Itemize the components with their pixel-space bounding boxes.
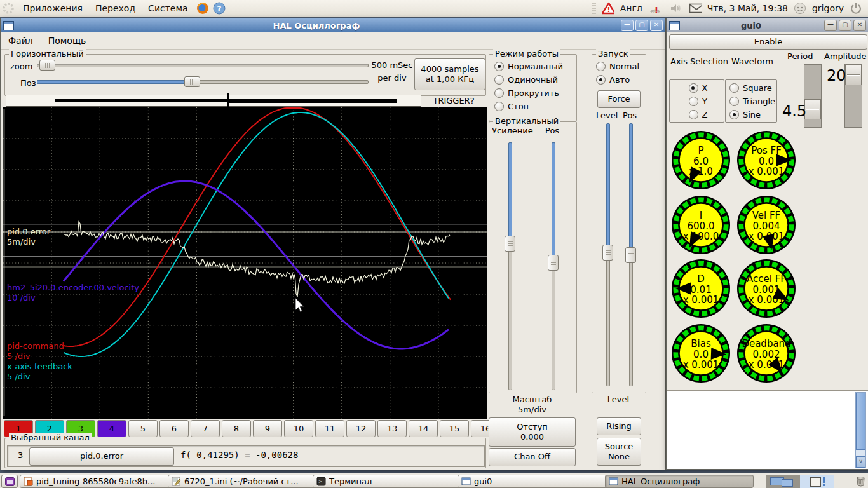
power-icon[interactable]: [850, 2, 862, 15]
warning-icon[interactable]: !: [602, 2, 614, 15]
menu-system[interactable]: Система: [142, 3, 194, 13]
username[interactable]: grigory: [812, 3, 844, 13]
knob-pos-ff[interactable]: Pos FF0.0x 0.001: [736, 130, 796, 190]
channel-button-6[interactable]: 6: [159, 420, 189, 437]
knob-deadband[interactable]: Deadband0.002x 0.001: [736, 323, 796, 383]
menu-places[interactable]: Переход: [89, 3, 142, 13]
channel-button-9[interactable]: 9: [253, 420, 282, 437]
svg-text:x 1.0: x 1.0: [689, 166, 713, 177]
channel-button-12[interactable]: 12: [346, 420, 376, 437]
svg-text:x 0.001: x 0.001: [749, 166, 785, 177]
svg-text:x 0.001: x 0.001: [683, 359, 719, 370]
workspace-switcher[interactable]: [766, 475, 834, 488]
rising-button[interactable]: Rising: [597, 417, 641, 435]
position-slider[interactable]: [37, 76, 369, 86]
keyboard-layout-indicator[interactable]: Англ: [620, 3, 642, 13]
zoom-slider-handle[interactable]: [39, 60, 55, 71]
knob-accel-ff[interactable]: Accel FF0.001x 0.001: [736, 259, 796, 318]
workspace-1[interactable]: [766, 475, 800, 488]
clock[interactable]: Чтв, 3 Май, 19:38: [707, 3, 788, 13]
mode-radio-стоп[interactable]: Стоп: [494, 100, 574, 113]
menu-help[interactable]: Помощь: [41, 36, 94, 46]
radio-dot[interactable]: [494, 88, 504, 98]
channel-button-8[interactable]: 8: [222, 420, 251, 437]
menu-applications[interactable]: Приложения: [17, 3, 89, 13]
window-icon: [461, 477, 471, 486]
position-slider-handle[interactable]: [184, 76, 200, 87]
knob-i[interactable]: I600.0x 100.0: [671, 195, 731, 255]
position-slider-fill: [37, 80, 191, 84]
show-desktop-button[interactable]: [1, 475, 18, 488]
chan-off-button[interactable]: Chan Off: [489, 448, 576, 466]
selected-channel-name-button[interactable]: pid.0.error: [29, 447, 174, 466]
taskbar-item-3[interactable]: >_Терминал: [313, 475, 462, 488]
trigger-pos-slider[interactable]: [625, 123, 635, 386]
force-button[interactable]: Force: [597, 90, 641, 108]
mode-radio-прокрутить[interactable]: Прокрутить: [494, 86, 574, 100]
svg-text:x 0.001: x 0.001: [749, 294, 785, 306]
taskbar-item-1[interactable]: pid_tuning-865580c9afe8b...: [20, 475, 172, 488]
radio-dot[interactable]: [494, 62, 504, 71]
trigger-radios: NormalАвто: [596, 60, 644, 86]
vpos-slider-handle[interactable]: [548, 255, 559, 271]
gain-slider-handle[interactable]: [505, 236, 515, 252]
taskbar-item-2[interactable]: 6720_1.ini (~/Рабочий ст...: [168, 475, 317, 488]
run-radio-авто[interactable]: Авто: [596, 73, 644, 86]
workspace-2[interactable]: [800, 475, 834, 488]
knob-d[interactable]: D0.01x 0.001: [671, 259, 731, 318]
radio-dot[interactable]: [494, 75, 504, 85]
firefox-icon[interactable]: [196, 2, 209, 15]
source-button[interactable]: SourceNone: [597, 438, 641, 466]
offset-button[interactable]: Отступ0.000: [489, 417, 576, 447]
close-button[interactable]: ✕: [650, 20, 663, 31]
zoom-slider[interactable]: [37, 60, 369, 70]
mail-icon[interactable]: [689, 2, 702, 15]
knob-vel-ff[interactable]: Vel FF0.004x 0.001: [736, 195, 796, 255]
panel-grip[interactable]: [592, 3, 596, 14]
vpos-slider[interactable]: [548, 142, 558, 390]
svg-text:I: I: [700, 210, 702, 221]
scrollbar[interactable]: ∨: [855, 392, 866, 468]
gain-slider[interactable]: [505, 142, 515, 390]
run-radio-normal[interactable]: Normal: [596, 60, 644, 73]
channel-button-13[interactable]: 13: [377, 420, 407, 437]
samples-button[interactable]: 4000 samplesat 1,00 КГц: [414, 58, 485, 90]
distro-logo-icon[interactable]: [2, 2, 15, 15]
radio-label: Стоп: [508, 102, 529, 111]
channel-button-15[interactable]: 15: [440, 420, 469, 437]
channel-button-10[interactable]: 10: [284, 420, 313, 437]
volume-icon[interactable]: [668, 2, 681, 15]
halscope-titlebar[interactable]: HAL Осциллограф — ▢ ✕: [1, 18, 665, 32]
scrollbar-down-arrow[interactable]: ∨: [856, 456, 865, 468]
radio-dot[interactable]: [596, 62, 606, 71]
menu-file[interactable]: Файл: [1, 36, 41, 46]
scale-readout: Масштаб5m/div: [489, 395, 576, 415]
user-avatar[interactable]: [794, 2, 806, 15]
minimize-button[interactable]: —: [621, 20, 634, 31]
channel-button-11[interactable]: 11: [315, 420, 344, 437]
taskbar-item-5[interactable]: HAL Осциллограф: [605, 475, 754, 488]
trigger-button[interactable]: TRIGGER?: [423, 95, 485, 106]
scrollbar-thumb[interactable]: [856, 393, 865, 450]
channel-button-7[interactable]: 7: [191, 420, 220, 437]
trigger-pos-slider-handle[interactable]: [625, 247, 636, 263]
window-icon[interactable]: [3, 21, 14, 30]
trigger-group-label: Запуск: [596, 49, 630, 58]
radio-dot[interactable]: [494, 102, 504, 111]
help-icon[interactable]: ?: [213, 2, 226, 15]
zoom-slider-trough[interactable]: [37, 64, 369, 67]
maximize-button[interactable]: ▢: [635, 20, 648, 31]
knob-bias[interactable]: Bias0.0x 0.001: [671, 323, 731, 383]
channel-button-5[interactable]: 5: [128, 420, 158, 437]
trash-icon[interactable]: [855, 475, 866, 488]
trigger-level-slider-handle[interactable]: [602, 245, 613, 261]
mode-radio-одиночный[interactable]: Одиночный: [494, 73, 574, 86]
mode-radio-нормальный[interactable]: Нормальный: [494, 60, 574, 73]
trigger-level-slider[interactable]: [602, 123, 613, 386]
taskbar-item-4[interactable]: gui0: [458, 475, 609, 488]
channel-button-4[interactable]: 4: [97, 420, 126, 437]
radio-dot[interactable]: [596, 75, 606, 85]
channel-button-14[interactable]: 14: [409, 420, 438, 437]
network-status-icon[interactable]: !: [648, 2, 661, 15]
knob-p[interactable]: P6.0x 1.0: [671, 130, 731, 190]
